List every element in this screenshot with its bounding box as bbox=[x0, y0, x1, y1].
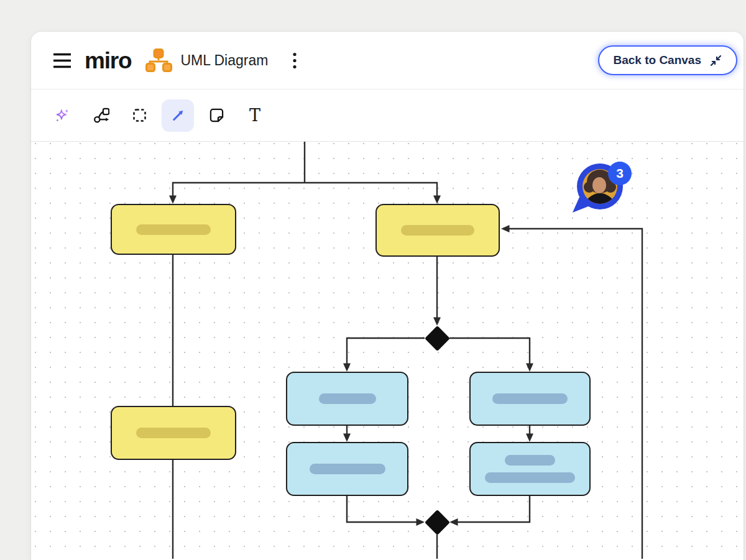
arrowhead bbox=[433, 196, 441, 204]
arrowhead bbox=[169, 196, 177, 204]
connector-line bbox=[347, 338, 425, 365]
arrowhead bbox=[433, 318, 441, 326]
sparkles-icon bbox=[54, 108, 70, 124]
arrowhead bbox=[526, 364, 533, 372]
collapse-icon bbox=[709, 54, 722, 67]
arrowhead bbox=[343, 364, 351, 372]
tool-sticky-note[interactable] bbox=[200, 99, 233, 132]
arrowhead bbox=[343, 434, 351, 443]
connector-split-left[interactable] bbox=[169, 183, 305, 204]
node-yellow-3[interactable] bbox=[111, 406, 236, 460]
canvas[interactable]: 3 bbox=[31, 142, 744, 560]
connector-blue2-decision2[interactable] bbox=[347, 496, 425, 526]
text-placeholder bbox=[136, 428, 211, 438]
connector-icon bbox=[93, 107, 109, 124]
tool-select-area[interactable] bbox=[123, 99, 155, 132]
connector-blue1-blue2[interactable] bbox=[343, 426, 351, 442]
node-blue-3[interactable] bbox=[469, 372, 591, 426]
collaborator-avatar[interactable]: 3 bbox=[560, 148, 635, 218]
connector-decision1-left[interactable] bbox=[343, 338, 425, 372]
app-window: miro UML Diagram Back to Canvas bbox=[31, 32, 744, 560]
miro-logo[interactable]: miro bbox=[85, 49, 131, 72]
board-title[interactable]: UML Diagram bbox=[180, 52, 268, 69]
kebab-icon bbox=[293, 52, 297, 69]
text-placeholder bbox=[310, 464, 385, 474]
back-to-canvas-button[interactable]: Back to Canvas bbox=[598, 45, 737, 75]
arrowhead bbox=[526, 434, 533, 443]
connector-yellow2-decision1[interactable] bbox=[433, 257, 441, 326]
connector-line bbox=[347, 496, 418, 522]
text-placeholder bbox=[401, 225, 474, 236]
sticky-note-icon bbox=[208, 107, 225, 124]
text-placeholder bbox=[492, 393, 568, 404]
node-yellow-1[interactable] bbox=[111, 204, 236, 255]
diagram-type-icon bbox=[145, 48, 172, 73]
connector-line bbox=[305, 183, 437, 197]
text-placeholder bbox=[319, 393, 376, 404]
connector-split-right[interactable] bbox=[305, 183, 441, 204]
tool-ai-create[interactable] bbox=[46, 99, 78, 132]
connector-line bbox=[456, 496, 530, 522]
node-blue-1[interactable] bbox=[286, 372, 408, 426]
arrowhead bbox=[449, 518, 458, 526]
connector-line bbox=[173, 183, 305, 197]
tool-connector[interactable] bbox=[85, 99, 117, 132]
edit-toolbar: T bbox=[31, 90, 744, 142]
presence-count: 3 bbox=[616, 166, 624, 180]
text-placeholder bbox=[136, 224, 211, 235]
connector-line bbox=[449, 338, 530, 365]
text-tool-icon: T bbox=[249, 107, 260, 124]
connector-blue3-blue4[interactable] bbox=[526, 426, 533, 442]
text-placeholder bbox=[505, 455, 555, 466]
marquee-icon bbox=[131, 107, 148, 124]
connector-blue4-decision2[interactable] bbox=[449, 496, 530, 526]
header: miro UML Diagram Back to Canvas bbox=[31, 32, 744, 90]
text-placeholder bbox=[485, 472, 575, 483]
hamburger-icon bbox=[53, 52, 71, 69]
node-yellow-2[interactable] bbox=[375, 204, 500, 257]
back-to-canvas-label: Back to Canvas bbox=[613, 53, 701, 67]
node-blue-4[interactable] bbox=[469, 442, 591, 496]
connector-decision1-right[interactable] bbox=[449, 338, 533, 372]
board-options-button[interactable] bbox=[284, 47, 305, 74]
arrowhead bbox=[501, 225, 510, 232]
node-blue-2[interactable] bbox=[286, 442, 408, 496]
arrowhead bbox=[417, 518, 425, 526]
tool-arrow[interactable] bbox=[162, 99, 194, 132]
tool-text[interactable]: T bbox=[239, 99, 271, 132]
main-menu-button[interactable] bbox=[48, 47, 76, 74]
arrow-icon bbox=[170, 107, 186, 124]
